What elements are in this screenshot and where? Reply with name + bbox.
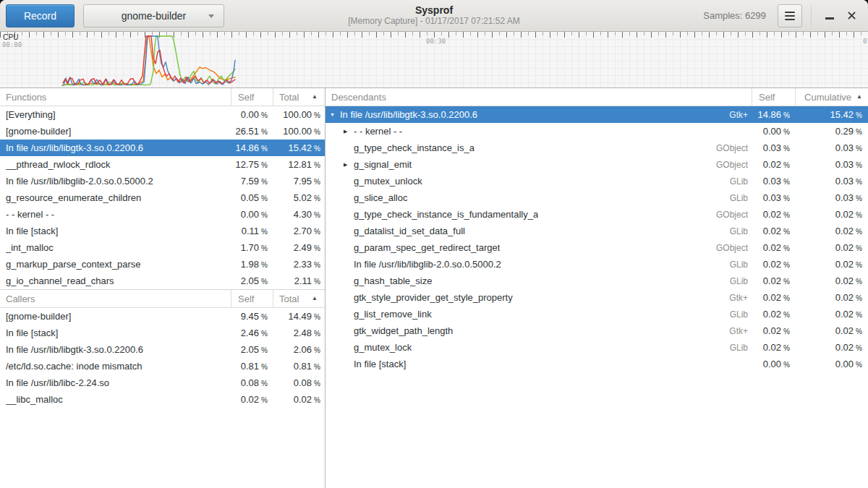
table-row[interactable]: ▼In file /usr/lib/libgtk-3.so.0.2200.6Gt…: [326, 106, 868, 123]
column-header-total[interactable]: Total▲: [273, 290, 325, 307]
percent-value: 1.70%: [231, 242, 273, 253]
percent-sign: %: [261, 363, 268, 371]
table-row[interactable]: [gnome-builder]9.45%14.49%: [0, 308, 325, 325]
table-row[interactable]: In file /usr/lib/libglib-2.0.so.0.5000.2…: [326, 256, 868, 273]
percent-value: 0.03%: [752, 176, 796, 187]
table-row[interactable]: g_list_remove_linkGLib0.02%0.02%: [326, 306, 868, 322]
table-row[interactable]: g_hash_table_sizeGLib0.02%0.02%: [326, 273, 868, 289]
table-row[interactable]: - - kernel - -0.00%4.30%: [0, 206, 325, 223]
percent-number: 0.02: [241, 394, 259, 405]
time-label: 01:00: [863, 38, 868, 45]
function-name: - - kernel - -: [6, 209, 54, 220]
table-row[interactable]: [gnome-builder]26.51%100.00%: [0, 123, 325, 140]
table-row[interactable]: In file [stack]2.46%2.48%: [0, 325, 325, 341]
percent-number: 12.81: [289, 159, 312, 170]
column-header-self[interactable]: Self: [752, 88, 796, 106]
function-name: - - kernel - -: [354, 126, 402, 137]
column-header-cumulative[interactable]: Cumulative▲: [796, 88, 868, 106]
table-row[interactable]: g_type_check_instance_is_fundamentally_a…: [326, 206, 868, 223]
percent-value: 0.08%: [231, 377, 273, 388]
table-row[interactable]: In file /usr/lib/libgtk-3.so.0.2200.614.…: [0, 140, 325, 156]
percent-number: 0.02: [763, 159, 781, 170]
table-row[interactable]: g_mutex_unlockGLib0.03%0.03%: [326, 173, 868, 189]
expand-expander-icon[interactable]: ▶: [344, 162, 354, 167]
function-name-cell: In file /usr/lib/libgtk-3.so.0.2200.6: [0, 142, 231, 153]
table-row[interactable]: __pthread_rwlock_rdlock12.75%12.81%: [0, 156, 325, 173]
table-row[interactable]: ▶- - kernel - -0.00%0.29%: [326, 123, 868, 140]
process-selector-dropdown[interactable]: gnome-builder: [83, 4, 224, 27]
menu-button[interactable]: [778, 4, 802, 27]
table-row[interactable]: g_mutex_lockGLib0.02%0.02%: [326, 339, 868, 356]
library-badge: GLib: [724, 193, 752, 203]
percent-number: 0.03: [763, 142, 781, 153]
table-row[interactable]: gtk_widget_path_lengthGtk+0.02%0.02%: [326, 322, 868, 339]
function-name-cell: In file [stack]: [0, 226, 231, 236]
function-name-cell: __pthread_rwlock_rdlock: [0, 159, 231, 170]
percent-number: 2.70: [294, 226, 312, 236]
capture-subtitle: [Memory Capture] - 01/17/2017 07:21:52 A…: [348, 16, 519, 27]
percent-value: 2.05%: [231, 344, 273, 355]
expand-expander-icon[interactable]: ▶: [344, 129, 354, 134]
function-name: /etc/ld.so.cache: inode mismatch: [6, 361, 142, 372]
function-name: g_resource_enumerate_children: [6, 192, 141, 203]
table-row[interactable]: _int_malloc1.70%2.49%: [0, 239, 325, 256]
chevron-down-icon: [208, 14, 214, 18]
percent-sign: %: [856, 128, 862, 136]
percent-value: 0.02%: [796, 209, 868, 220]
function-name-cell: g_mutex_lockGLib: [326, 342, 752, 353]
percent-sign: %: [783, 161, 790, 169]
table-row[interactable]: g_type_check_instance_is_aGObject0.03%0.…: [326, 140, 868, 156]
sort-ascending-icon: ▲: [312, 94, 318, 100]
column-header-descendants[interactable]: Descendants: [326, 88, 752, 106]
minimize-button[interactable]: [819, 5, 841, 27]
function-name-cell: g_io_channel_read_chars: [0, 275, 231, 286]
library-badge: GLib: [724, 276, 752, 286]
percent-sign: %: [261, 111, 268, 119]
table-row[interactable]: /etc/ld.so.cache: inode mismatch0.81%0.8…: [0, 358, 325, 374]
table-row[interactable]: In file /usr/lib/libgtk-3.so.0.2200.62.0…: [0, 341, 325, 358]
column-header-functions[interactable]: Functions: [0, 88, 231, 106]
sort-column-label: Total: [279, 294, 299, 304]
collapse-expander-icon[interactable]: ▼: [330, 112, 340, 117]
table-row[interactable]: g_slice_allocGLib0.03%0.03%: [326, 189, 868, 206]
function-name-cell: /etc/ld.so.cache: inode mismatch: [0, 361, 231, 372]
percent-value: 2.05%: [231, 275, 273, 286]
table-row[interactable]: g_resource_enumerate_children0.05%5.02%: [0, 189, 325, 206]
cpu-timeline[interactable]: 00:0000:3001:00 CPU: [0, 32, 868, 88]
percent-value: 0.02%: [796, 292, 868, 303]
table-row[interactable]: __libc_malloc0.02%0.02%: [0, 391, 325, 408]
percent-sign: %: [783, 128, 790, 136]
table-row[interactable]: [Everything]0.00%100.00%: [0, 106, 325, 123]
column-header-total[interactable]: Total▲: [273, 88, 325, 106]
function-name: In file [stack]: [6, 328, 58, 338]
function-name-cell: g_resource_enumerate_children: [0, 192, 231, 203]
percent-sign: %: [783, 361, 790, 369]
table-row[interactable]: In file /usr/lib/libglib-2.0.so.0.5000.2…: [0, 173, 325, 189]
table-row[interactable]: g_markup_parse_context_parse1.98%2.33%: [0, 256, 325, 273]
table-row[interactable]: g_param_spec_get_redirect_targetGObject0…: [326, 239, 868, 256]
table-row[interactable]: ▶g_signal_emitGObject0.02%0.03%: [326, 156, 868, 173]
cpu-usage-chart: 00:0000:3001:00: [0, 32, 868, 87]
table-row[interactable]: In file /usr/lib/libc-2.24.so0.08%0.08%: [0, 374, 325, 391]
percent-value: 2.70%: [273, 226, 325, 236]
percent-number: 14.86: [236, 142, 260, 153]
percent-sign: %: [314, 128, 320, 136]
close-button[interactable]: [841, 5, 862, 27]
record-button[interactable]: Record: [6, 4, 75, 27]
column-header-callers[interactable]: Callers: [0, 290, 231, 307]
library-badge: GLib: [724, 309, 752, 320]
percent-number: 0.08: [294, 377, 312, 388]
table-row[interactable]: In file [stack]0.11%2.70%: [0, 223, 325, 239]
table-row[interactable]: gtk_style_provider_get_style_propertyGtk…: [326, 289, 868, 306]
percent-sign: %: [783, 111, 790, 119]
column-header-self[interactable]: Self: [231, 290, 273, 307]
library-badge: GObject: [710, 243, 752, 253]
table-row[interactable]: In file [stack]0.00%0.00%: [326, 356, 868, 372]
table-row[interactable]: g_io_channel_read_chars2.05%2.11%: [0, 273, 325, 289]
table-row[interactable]: g_datalist_id_set_data_fullGLib0.02%0.02…: [326, 223, 868, 239]
percent-value: 14.86%: [752, 109, 796, 120]
column-header-self[interactable]: Self: [231, 88, 273, 106]
percent-number: 4.30: [294, 209, 312, 220]
percent-number: 14.86: [758, 109, 782, 120]
close-icon: [847, 11, 856, 20]
